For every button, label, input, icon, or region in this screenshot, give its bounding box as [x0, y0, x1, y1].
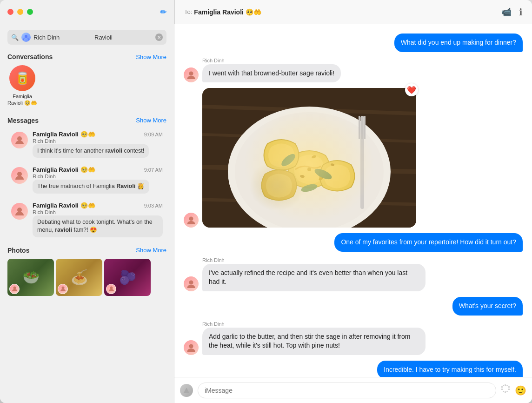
image-bubble-row: ❤️	[184, 88, 523, 228]
message-sender: Rich Dinh	[33, 209, 163, 215]
audio-input-icon[interactable]	[501, 384, 510, 396]
svg-point-8	[189, 217, 193, 221]
photos-show-more[interactable]: Show More	[136, 247, 166, 254]
close-button[interactable]	[7, 9, 13, 15]
message-list-item[interactable]: Famiglia Ravioli 🥺🤲 9:09 AM Rich Dinh I …	[4, 127, 170, 162]
sent-bubble: What did you end up making for dinner?	[394, 34, 523, 52]
ravioli-image	[202, 88, 416, 228]
message-bubble-row: I went with that browned-butter sage rav…	[184, 64, 523, 83]
received-avatar	[184, 340, 199, 355]
svg-line-13	[202, 200, 416, 204]
svg-point-22	[313, 167, 333, 181]
search-icon: 🔍	[11, 34, 19, 41]
message-time: 9:07 AM	[144, 167, 163, 173]
search-clear-button[interactable]: ✕	[155, 34, 163, 41]
message-group-name: Famiglia Ravioli 🥺🤲	[33, 166, 95, 173]
sidebar: 🔍 Rich Dinh Ravioli ✕ Conversations	[0, 24, 174, 403]
photo-sender-avatar	[106, 284, 116, 294]
photos-section-header: Photos Show More	[0, 242, 174, 257]
messages-show-more[interactable]: Show More	[136, 117, 166, 124]
minimize-button[interactable]	[17, 9, 23, 15]
image-bubble[interactable]	[202, 88, 416, 228]
message-sender: Rich Dinh	[33, 174, 163, 179]
received-bubble: Add garlic to the butter, and then stir …	[202, 328, 426, 355]
message-preview: The true matriarch of Famiglia Ravioli 👸	[33, 180, 149, 194]
photo-thumbnail[interactable]: 🥗	[7, 259, 54, 296]
message-list-item[interactable]: Famiglia Ravioli 🥺🤲 9:03 AM Rich Dinh De…	[4, 198, 170, 241]
search-input-area[interactable]: 🔍 Rich Dinh Ravioli ✕	[7, 30, 166, 45]
svg-rect-24	[360, 116, 364, 209]
message-bubble-row: Add garlic to the butter, and then stir …	[184, 328, 523, 355]
svg-point-29	[189, 344, 193, 348]
search-contact-avatar	[21, 33, 31, 42]
svg-line-12	[202, 167, 416, 172]
conversations-show-more[interactable]: Show More	[136, 54, 166, 60]
sent-bubble: One of my favorites from your repertoire…	[334, 233, 523, 252]
svg-point-21	[279, 152, 297, 168]
svg-rect-9	[202, 88, 416, 228]
svg-point-19	[318, 176, 324, 181]
svg-point-3	[17, 208, 22, 212]
photos-grid: 🥗 🍝	[0, 257, 174, 300]
sidebar-content: Conversations Show More 🥫 FamigliaRaviol…	[0, 48, 174, 403]
message-preview: I think it's time for another ravioli co…	[33, 144, 149, 158]
info-icon[interactable]: ℹ	[519, 7, 523, 18]
compose-icon[interactable]: ✏	[160, 7, 167, 17]
svg-rect-25	[359, 116, 360, 139]
svg-rect-34	[508, 386, 510, 388]
message-sender: Rich Dinh	[33, 138, 163, 144]
sender-label: Rich Dinh	[202, 58, 523, 63]
photo-thumbnail[interactable]: 🫐	[104, 259, 151, 296]
svg-point-20	[330, 163, 334, 167]
svg-rect-27	[364, 116, 366, 139]
message-avatar	[11, 203, 28, 220]
message-content: Famiglia Ravioli 🥺🤲 9:09 AM Rich Dinh I …	[33, 131, 163, 158]
conversations-section-header: Conversations Show More	[0, 48, 174, 63]
message-time: 9:09 AM	[144, 132, 163, 137]
to-label: To:	[184, 8, 192, 15]
received-avatar	[184, 213, 199, 228]
conversations-list: 🥫 FamigliaRavioli 🥺🤲	[0, 63, 174, 112]
sender-label: Rich Dinh	[202, 257, 523, 263]
svg-rect-26	[361, 116, 363, 139]
emoji-picker-icon[interactable]: 🙂	[515, 385, 526, 396]
message-avatar	[11, 167, 28, 184]
sent-bubble: What's your secret?	[452, 297, 523, 316]
messages-area: What did you end up making for dinner? R…	[174, 24, 532, 377]
svg-rect-35	[501, 389, 503, 390]
photo-sender-avatar	[9, 284, 20, 294]
video-call-icon[interactable]: 📹	[501, 7, 512, 17]
svg-point-14	[228, 107, 391, 228]
svg-line-10	[202, 107, 416, 114]
message-bubble-row: Incredible. I have to try making this fo…	[184, 361, 523, 377]
traffic-lights	[7, 9, 33, 15]
message-content: Famiglia Ravioli 🥺🤲 9:03 AM Rich Dinh De…	[33, 202, 163, 237]
svg-rect-30	[503, 385, 504, 386]
message-bubble-row: I've actually refined the recipe and it'…	[184, 264, 523, 291]
message-bubble-row: What did you end up making for dinner?	[184, 34, 523, 52]
chat-input-bar: 🙂	[174, 377, 532, 403]
app-store-icon[interactable]	[180, 384, 193, 397]
received-avatar	[184, 276, 199, 291]
message-bubble-row: One of my favorites from your repertoire…	[184, 233, 523, 252]
message-bubble-row: What's your secret?	[184, 297, 523, 316]
photo-thumbnail[interactable]: 🍝	[56, 259, 102, 296]
sent-bubble: Incredible. I have to try making this fo…	[377, 361, 523, 377]
message-time: 9:03 AM	[144, 203, 163, 208]
chat-header-icons: 📹 ℹ	[501, 7, 523, 18]
maximize-button[interactable]	[27, 9, 33, 15]
message-list-item[interactable]: Famiglia Ravioli 🥺🤲 9:07 AM Rich Dinh Th…	[4, 162, 170, 197]
message-input[interactable]	[198, 383, 496, 398]
photos-title: Photos	[7, 247, 29, 254]
message-group-name: Famiglia Ravioli 🥺🤲	[33, 131, 95, 138]
chat-title-area: To: Famiglia Ravioli 🥺🤲	[184, 8, 498, 16]
message-avatar	[11, 132, 28, 148]
svg-rect-37	[503, 391, 504, 392]
svg-point-2	[17, 172, 22, 176]
conversation-item[interactable]: 🥫 FamigliaRavioli 🥺🤲	[7, 65, 37, 107]
conversation-label: FamigliaRavioli 🥺🤲	[7, 93, 37, 107]
svg-point-23	[300, 183, 318, 194]
svg-rect-31	[505, 384, 506, 386]
svg-point-18	[300, 175, 305, 178]
message-preview: Debating what to cook tonight. What's on…	[33, 215, 163, 237]
